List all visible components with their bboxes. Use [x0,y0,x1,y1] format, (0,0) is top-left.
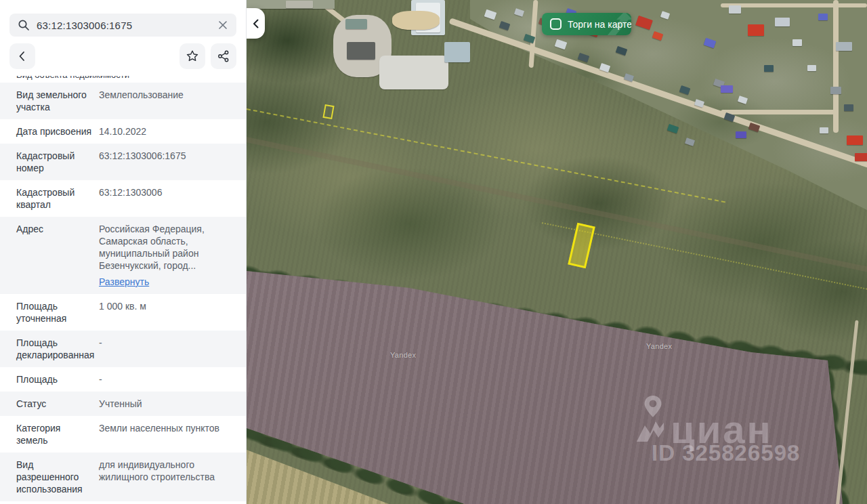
map-building [635,16,653,30]
attribute-label: Дата присвоения [16,125,99,138]
map-building [830,87,841,94]
map-building [729,5,741,14]
map-building [652,31,663,41]
favorite-button[interactable] [179,43,205,69]
map-building [660,11,670,19]
map-building [820,127,828,133]
attribute-value: - [99,373,236,385]
map-building [345,19,367,29]
attribute-label: Вид земельного участка [16,89,99,113]
map-building [807,65,816,71]
map-building [792,39,802,46]
map-building [738,96,748,104]
map-building [775,18,790,26]
map-building [818,14,828,20]
map-building [667,124,679,133]
attribute-row: Дата присвоения14.10.2022 [0,119,246,144]
yandex-watermark: Yandex [390,351,416,359]
attribute-value: 63:12:1303006:1675 [99,150,236,174]
attribute-row: Площадь декларированная- [0,331,246,367]
attribute-list: Вид земельного участкаЗемлепользованиеДа… [0,83,246,504]
attribute-value: Учтенный [99,398,236,410]
dirt-road [449,18,867,169]
attribute-row: Вид земельного участкаЗемлепользование [0,83,246,119]
attribute-value: Земли населенных пунктов [99,422,236,446]
star-icon [186,49,199,63]
map-building [578,53,589,62]
listing-id-watermark: ID 325826598 [652,440,800,466]
map-building [347,42,375,60]
attribute-label: Кадастровый номер [16,150,99,174]
dirt-road [721,3,867,7]
attribute-value: - [99,337,236,361]
map-canvas[interactable]: Yandex Yandex циан ID 325826598 Торги на… [247,0,867,504]
map-building [764,65,774,72]
checkbox-icon [550,18,562,30]
map-building [704,38,717,49]
scrolled-row-fragment: Вид объекта недвижимости [0,76,246,83]
dirt-road [529,0,538,68]
location-pin-icon [643,395,663,421]
map-building [748,24,764,36]
map-building [555,39,568,50]
collapse-sidebar-button[interactable] [247,8,265,39]
attribute-label: Площадь декларированная [16,337,99,361]
map-building [499,21,510,30]
attribute-label: Категория земель [16,422,99,446]
map-building [616,46,627,56]
attribute-value: Землепользование [99,89,236,113]
attribute-label: Вид разрешенного использования [16,459,99,495]
attribute-value: 14.10.2022 [99,125,236,138]
attribute-value: для индивидуального жилищного строительс… [99,459,236,495]
share-button[interactable] [211,43,236,69]
attribute-row: Кадастровый номер63:12:1303006:1675 [0,144,246,180]
parcel-info-sidebar: 63:12:1303006:1675 [0,0,247,504]
cian-logo-icon [635,420,665,443]
auctions-toggle-label: Торги на карте [568,19,631,30]
chevron-left-icon [16,50,28,62]
attribute-row: ФормаЧастная [0,501,246,504]
map-building [836,42,852,51]
map-building [855,153,867,161]
map-building [685,138,695,146]
attribute-row: Кадастровый квартал63:12:1303006 [0,180,246,217]
attribute-label: Площадь уточненная [16,300,99,324]
map-building [847,135,863,145]
close-icon[interactable] [217,20,228,30]
map-building [736,131,746,138]
map-building [721,85,733,93]
yandex-watermark: Yandex [646,342,672,350]
search-input[interactable]: 63:12:1303006:1675 [9,14,236,37]
attribute-row: Категория земельЗемли населенных пунктов [0,416,246,453]
cadastral-map-app: 63:12:1303006:1675 [0,0,867,504]
attribute-label: Площадь [16,373,99,385]
attribute-row: АдресРоссийская Федерация, Самарская обл… [0,217,246,294]
search-query[interactable]: 63:12:1303006:1675 [37,20,217,31]
search-icon [18,19,30,31]
dirt-road [721,110,837,114]
attribute-label: Статус [16,398,99,410]
map-building [514,8,524,17]
chevron-left-icon [251,18,261,29]
attribute-row: Вид разрешенного использованиядля индиви… [0,453,246,501]
map-building [392,11,440,30]
attribute-value: 1 000 кв. м [99,300,236,324]
map-building [679,85,690,95]
attribute-value: Российская Федерация, Самарская область,… [99,223,236,288]
map-building [844,104,853,111]
attribute-label: Адрес [16,223,99,288]
attribute-value: 63:12:1303006 [99,186,236,211]
share-icon [217,49,230,63]
attribute-row: Площадь- [0,367,246,392]
auctions-on-map-toggle[interactable]: Торги на карте [542,13,631,35]
attribute-label: Кадастровый квартал [16,186,99,211]
scrolled-row-label: Вид объекта недвижимости [16,76,246,80]
back-button[interactable] [9,43,35,69]
map-building [379,56,448,89]
attribute-row: Площадь уточненная1 000 кв. м [0,294,246,331]
map-building [444,42,470,62]
map-building [286,1,313,8]
attribute-row: СтатусУчтенный [0,392,246,416]
expand-address-link[interactable]: Развернуть [99,276,149,288]
map-building [484,9,497,20]
